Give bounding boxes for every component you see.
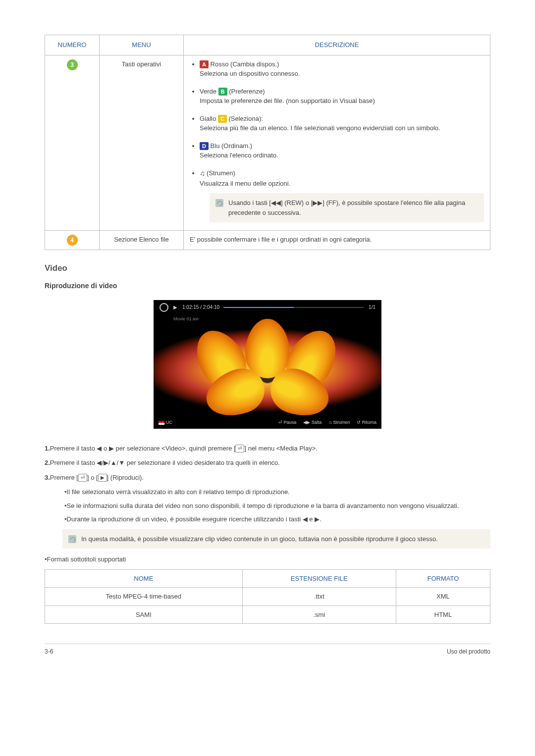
table-row: 3 Tasti operativi A Rosso (Cambia dispos… bbox=[45, 55, 490, 231]
letter-b-icon: B bbox=[218, 88, 227, 96]
th-ext: ESTENSIONE FILE bbox=[242, 569, 396, 588]
menu-cell: Sezione Elenco file bbox=[100, 231, 184, 250]
video-player-screenshot: ▶ 1:02:15 / 2:04:10 1/1 Movie 01.avi UC … bbox=[154, 300, 381, 429]
letter-d-icon: D bbox=[200, 142, 209, 150]
footer-title: Uso del prodotto bbox=[447, 647, 490, 656]
formats-label: •Formati sottotitoli supportati bbox=[45, 554, 490, 564]
page-number: 3-6 bbox=[45, 647, 53, 656]
subtitle-formats-table: NOME ESTENSIONE FILE FORMATO Testo MPEG-… bbox=[45, 569, 490, 624]
operations-table: NUMERO MENU DESCRIZIONE 3 Tasti operativ… bbox=[45, 35, 490, 250]
table-row: Testo MPEG-4 time-based .ttxt XML bbox=[45, 588, 490, 606]
descr-cell: A Rosso (Cambia dispos.) Seleziona un di… bbox=[184, 55, 490, 231]
enter-key-icon: ⏎ bbox=[235, 445, 244, 453]
counter-label: 1/1 bbox=[369, 303, 375, 311]
tools-icon: ♫ bbox=[200, 168, 205, 179]
letter-a-icon: A bbox=[200, 60, 209, 68]
play-key-icon: ▶ bbox=[98, 474, 107, 482]
tools-control: ♫ Strumen bbox=[328, 419, 350, 426]
pause-control: ⏎ Pausa bbox=[278, 419, 296, 426]
badge-3-icon: 3 bbox=[67, 59, 78, 70]
descr-cell: E' possibile confermare i file e i grupp… bbox=[184, 231, 490, 250]
th-descrizione: DESCRIZIONE bbox=[184, 35, 490, 55]
enter-key-icon: ⏎ bbox=[78, 474, 87, 482]
menu-cell: Tasti operativi bbox=[100, 55, 184, 231]
steps-list: 1.Premere il tasto ◀ o ▶ per selezionare… bbox=[45, 444, 490, 564]
skip-control: ◀▶ Salta bbox=[303, 419, 321, 426]
th-numero: NUMERO bbox=[45, 35, 100, 55]
table-row: 4 Sezione Elenco file E' possibile confe… bbox=[45, 231, 490, 250]
th-menu: MENU bbox=[100, 35, 184, 55]
return-control: ↺ Ritorna bbox=[357, 419, 376, 426]
note-icon bbox=[215, 199, 223, 207]
uc-label: UC bbox=[166, 419, 172, 426]
badge-4-icon: 4 bbox=[67, 235, 78, 246]
video-subheading: Riproduzione di video bbox=[45, 281, 490, 291]
rew-ff-note: Usando i tasti [◀◀] (REW) o [▶▶] (FF), è… bbox=[210, 193, 484, 222]
flag-icon bbox=[159, 421, 164, 425]
note-icon bbox=[68, 535, 76, 543]
video-heading: Video bbox=[45, 262, 490, 275]
play-icon: ▶ bbox=[173, 303, 177, 311]
film-reel-icon bbox=[160, 303, 168, 312]
page-footer: 3-6 Uso del prodotto bbox=[45, 644, 490, 656]
th-nome: NOME bbox=[45, 569, 243, 588]
video-frame-image bbox=[154, 324, 381, 417]
time-label: 1:02:15 / 2:04:10 bbox=[182, 303, 219, 311]
table-row: SAMI .smi HTML bbox=[45, 605, 490, 624]
th-formato: FORMATO bbox=[396, 569, 490, 588]
game-clip-note: In questa modalità, è possibile visualiz… bbox=[62, 529, 490, 549]
letter-c-icon: C bbox=[218, 115, 227, 123]
progress-bar bbox=[223, 307, 364, 308]
